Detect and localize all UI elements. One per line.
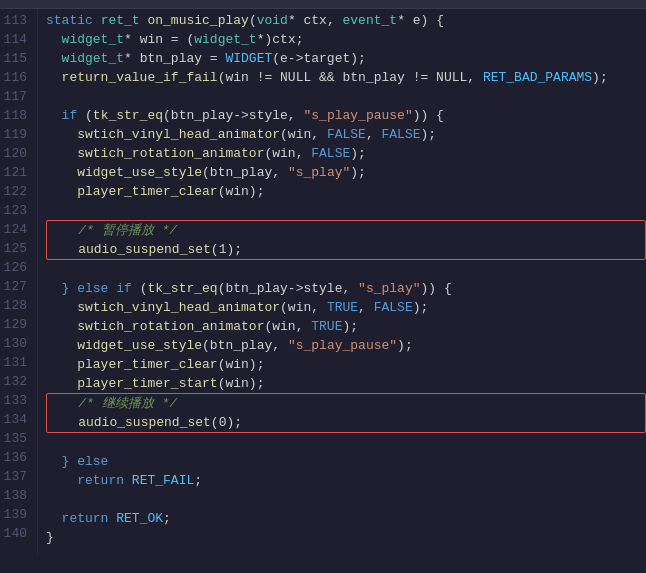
code-area: 1131141151161171181191201211221231241251… [0, 9, 646, 554]
line-number: 116 [0, 68, 27, 87]
plain-token: (win, [264, 319, 311, 334]
kw-token: } else if [62, 281, 132, 296]
plain-token [46, 184, 77, 199]
plain-token: (win, [280, 127, 327, 142]
plain-token: *)ctx; [257, 32, 304, 47]
line-number: 139 [0, 505, 27, 524]
fn-token: swtich_vinyl_head_animator [77, 300, 280, 315]
str-token: "s_play_pause" [303, 108, 412, 123]
red-box-group: /* 继续播放 */ audio_suspend_set(0); [46, 393, 646, 433]
code-line: } else [46, 452, 646, 471]
plain-token: )) { [413, 108, 444, 123]
code-line: return RET_FAIL; [46, 471, 646, 490]
macro-token: RET_OK [116, 511, 163, 526]
plain-token [46, 165, 77, 180]
line-number: 121 [0, 163, 27, 182]
fn-token: audio_suspend_set [78, 242, 211, 257]
plain-token: , [366, 127, 382, 142]
plain-token [46, 338, 77, 353]
bool-val-token: FALSE [311, 146, 350, 161]
code-line: player_timer_clear(win); [46, 355, 646, 374]
macro-token: WIDGET [225, 51, 272, 66]
code-line [46, 260, 646, 279]
line-number: 140 [0, 524, 27, 543]
type-token: event_t [343, 13, 398, 28]
plain-token [46, 127, 77, 142]
plain-token [46, 454, 62, 469]
code-line: widget_t* btn_play = WIDGET(e->target); [46, 49, 646, 68]
plain-token: ); [397, 338, 413, 353]
fn-token: player_timer_clear [77, 357, 217, 372]
line-number: 131 [0, 353, 27, 372]
fn-token: swtich_rotation_animator [77, 319, 264, 334]
plain-token: ); [342, 319, 358, 334]
plain-token: (win, [264, 146, 311, 161]
code-line: player_timer_start(win); [46, 374, 646, 393]
code-content[interactable]: static ret_t on_music_play(void* ctx, ev… [38, 9, 646, 554]
comment-text: /* 暂停播放 */ [47, 223, 177, 238]
code-line: swtich_vinyl_head_animator(win, FALSE, F… [46, 125, 646, 144]
code-line: return RET_OK; [46, 509, 646, 528]
red-box-group: /* 暂停播放 */ audio_suspend_set(1); [46, 220, 646, 260]
plain-token: ; [194, 473, 202, 488]
plain-token: ( [77, 108, 93, 123]
kw-token: static [46, 13, 93, 28]
fn-token: tk_str_eq [147, 281, 217, 296]
plain-token [46, 32, 62, 47]
str-token: "s_play" [288, 165, 350, 180]
fn-token: widget_use_style [77, 338, 202, 353]
plain-token: (e->target); [272, 51, 366, 66]
line-number: 128 [0, 296, 27, 315]
line-number: 120 [0, 144, 27, 163]
plain-token: * btn_play = [124, 51, 225, 66]
bool-val-token: TRUE [327, 300, 358, 315]
fn-token: audio_suspend_set [78, 415, 211, 430]
title-bar [0, 0, 646, 9]
macro-token: RET_FAIL [132, 473, 194, 488]
plain-token [46, 357, 77, 372]
plain-token: ; [163, 511, 171, 526]
line-number: 118 [0, 106, 27, 125]
line-number: 124 [0, 220, 27, 239]
line-number: 117 [0, 87, 27, 106]
plain-token: ( [249, 13, 257, 28]
code-line: /* 继续播放 */ [47, 394, 645, 413]
line-number: 123 [0, 201, 27, 220]
kw-token: return [77, 473, 124, 488]
fn-token: return_value_if_fail [62, 70, 218, 85]
plain-token [93, 13, 101, 28]
code-line [46, 201, 646, 220]
plain-token [46, 319, 77, 334]
line-number: 135 [0, 429, 27, 448]
type-token: widget_t [62, 51, 124, 66]
code-line: widget_t* win = (widget_t*)ctx; [46, 30, 646, 49]
code-line: } [46, 528, 646, 547]
code-line [46, 490, 646, 509]
line-number: 125 [0, 239, 27, 258]
macro-token: RET_BAD_PARAMS [483, 70, 592, 85]
kw-token: if [62, 108, 78, 123]
plain-token [46, 511, 62, 526]
plain-token: )) { [421, 281, 452, 296]
kw-token: } else [62, 454, 109, 469]
line-number: 126 [0, 258, 27, 277]
code-line: audio_suspend_set(1); [47, 240, 645, 259]
plain-token: * ctx, [288, 13, 343, 28]
bool-val-token: FALSE [382, 127, 421, 142]
plain-token: (win, [280, 300, 327, 315]
plain-token: ); [421, 127, 437, 142]
plain-token [46, 108, 62, 123]
plain-token [46, 146, 77, 161]
plain-token [46, 70, 62, 85]
line-number: 113 [0, 11, 27, 30]
plain-token: (btn_play->style, [218, 281, 358, 296]
code-line: /* 暂停播放 */ [47, 221, 645, 240]
code-line: widget_use_style(btn_play, "s_play"); [46, 163, 646, 182]
code-line: static ret_t on_music_play(void* ctx, ev… [46, 11, 646, 30]
code-line: audio_suspend_set(0); [47, 413, 645, 432]
plain-token: } [46, 530, 54, 545]
plain-token: (win); [218, 376, 265, 391]
line-number: 138 [0, 486, 27, 505]
code-line: swtich_vinyl_head_animator(win, TRUE, FA… [46, 298, 646, 317]
line-number: 129 [0, 315, 27, 334]
